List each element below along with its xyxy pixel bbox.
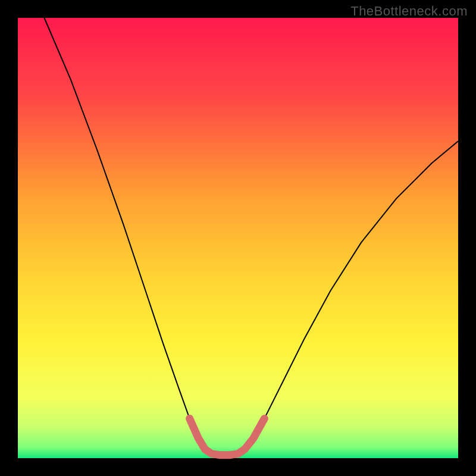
watermark-text: TheBottleneck.com <box>350 4 468 19</box>
bottleneck-chart <box>0 0 476 476</box>
plot-background <box>18 18 458 458</box>
chart-stage: TheBottleneck.com <box>0 0 476 476</box>
